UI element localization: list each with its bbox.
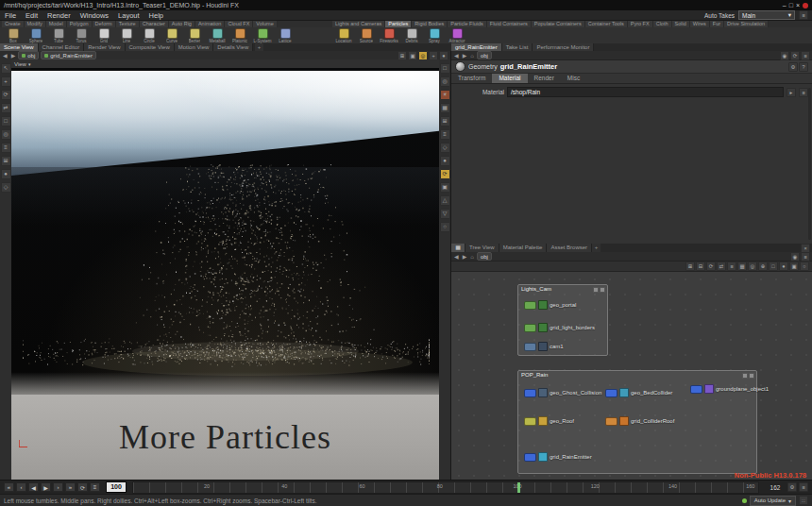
shelf-tab[interactable]: Lights and Cameras	[332, 21, 385, 27]
network-node[interactable]: groundplane_object1	[690, 384, 769, 394]
display-option-icon[interactable]: ◇	[440, 143, 450, 153]
display-points-icon[interactable]: ●	[1, 169, 11, 179]
node-chooser-icon[interactable]: ▸	[787, 88, 796, 97]
network-view-tab[interactable]: ▦	[451, 244, 465, 252]
new-pane-tab-button[interactable]: +	[592, 244, 601, 252]
new-pane-tab-button[interactable]: +	[255, 43, 263, 51]
step-back-button[interactable]: ◀	[28, 482, 39, 492]
shelf-tool[interactable]: Spray	[423, 27, 446, 43]
network-node[interactable]: grid_RainEmitter	[524, 452, 592, 462]
pose-tool-icon[interactable]: ◎	[1, 129, 11, 140]
network-node[interactable]: geo_BedCollider	[605, 388, 672, 397]
shelf-tab[interactable]: Wires	[690, 21, 710, 27]
shelf-tool[interactable]: Lattice	[274, 27, 296, 43]
shelf-tab[interactable]: Deform	[93, 21, 116, 27]
node-flags[interactable]	[690, 385, 702, 394]
display-option-icon[interactable]: ≡	[440, 129, 450, 140]
node-flags[interactable]	[524, 301, 536, 310]
box-minimize-icon[interactable]	[593, 287, 599, 293]
shelf-tool[interactable]: Debris	[400, 27, 423, 43]
play-button[interactable]: ▶	[41, 482, 51, 492]
parameters-scrollbar[interactable]	[808, 88, 811, 240]
node-flags[interactable]	[524, 324, 536, 332]
path-crumb-obj[interactable]: obj	[18, 51, 39, 59]
shelf-tab[interactable]: Drive Simulation	[724, 21, 769, 27]
shelf-tab[interactable]: Character	[140, 21, 169, 27]
network-node[interactable]: geo_Ghost_Collision	[524, 388, 601, 397]
material-path-input[interactable]: /shop/Rain	[507, 87, 784, 97]
shelf-tab[interactable]: Create	[2, 21, 25, 27]
network-toolbar-icon[interactable]: ≡	[727, 261, 736, 271]
network-toolbar-icon[interactable]: ⊕	[758, 261, 768, 271]
playbar-options-icon[interactable]: ⚙	[787, 482, 797, 492]
shelf-tool[interactable]: L-System	[251, 27, 274, 43]
move-tool-icon[interactable]: +	[1, 76, 11, 87]
display-option-icon[interactable]: ⟳	[440, 169, 450, 179]
maximize-button[interactable]: □	[789, 2, 793, 8]
viewport-toolbar-icon[interactable]: ⊞	[398, 51, 407, 60]
shelf-tab[interactable]: Container Tools	[585, 21, 628, 27]
network-toolbar-icon[interactable]: ▣	[789, 261, 799, 271]
shelf-tool[interactable]: Sphere	[25, 27, 47, 43]
shelf-tool[interactable]: Fireworks	[378, 27, 400, 43]
shelf-tool[interactable]: Source	[355, 27, 378, 43]
shelf-tab[interactable]: Fluid Containers	[487, 21, 532, 27]
refresh-icon[interactable]: ⟳	[790, 51, 800, 60]
pane-tab-scene-view[interactable]: Scene View	[0, 43, 39, 51]
node-flags[interactable]	[524, 389, 536, 397]
network-node[interactable]: grid_ColliderRoof	[605, 416, 674, 426]
pane-tab-material-palette[interactable]: Material Palette	[499, 244, 548, 252]
help-icon[interactable]: ?	[799, 62, 808, 72]
shelf-tool[interactable]: Tube	[47, 27, 70, 43]
timeline-ruler[interactable]: 20406080100120140160	[132, 481, 759, 494]
node-flags[interactable]	[524, 453, 536, 462]
display-option-icon[interactable]: ●	[440, 156, 450, 166]
pane-tab-render-view[interactable]: Render View	[84, 43, 125, 51]
shelf-tool[interactable]: Metaball	[206, 27, 228, 43]
back-icon[interactable]: ◀	[2, 52, 8, 59]
home-icon[interactable]: ⌂	[469, 254, 475, 260]
menu-layout[interactable]: Layout	[113, 11, 144, 20]
menu-edit[interactable]: Edit	[21, 11, 42, 20]
shelf-tab[interactable]: Auto Rig	[169, 21, 195, 27]
display-option-icon[interactable]: □	[440, 63, 450, 74]
node-flags[interactable]	[524, 417, 536, 426]
shelf-tab[interactable]: Model	[46, 21, 67, 27]
display-option-icon[interactable]: ⊞	[440, 116, 450, 126]
path-crumb-grid-rainemitter[interactable]: grid_RainEmitter	[41, 51, 96, 59]
shelf-tool[interactable]: Location	[332, 27, 355, 43]
step-forward-button[interactable]: ›	[53, 482, 63, 492]
shelf-tab[interactable]: Animation	[195, 21, 225, 27]
shelf-tool[interactable]: Line	[115, 27, 138, 43]
shelf-tab[interactable]: Pyro FX	[628, 21, 653, 27]
menu-windows[interactable]: Windows	[76, 11, 113, 20]
pane-tab-tree-view[interactable]: Tree View	[465, 244, 499, 252]
param-tab-transform[interactable]: Transform	[451, 74, 492, 83]
shelf-tool[interactable]: Bezier	[183, 27, 206, 43]
shelf-tab[interactable]: Cloud FX	[225, 21, 253, 27]
end-frame-field[interactable]: 162	[765, 484, 786, 491]
pin-icon[interactable]: ◉	[790, 252, 800, 261]
pane-tab-parameters[interactable]: grid_RainEmitter	[451, 43, 502, 51]
shelf-tab[interactable]: Rigid Bodies	[412, 21, 448, 27]
home-icon[interactable]: ⌂	[469, 53, 475, 59]
jump-end-button[interactable]: »	[65, 482, 76, 492]
shelf-tool[interactable]: Platonic	[228, 27, 251, 43]
pane-menu-icon[interactable]: ≡	[801, 252, 810, 261]
handles-tool-icon[interactable]: □	[1, 116, 11, 126]
node-flags[interactable]	[605, 389, 617, 397]
forward-icon[interactable]: ▶	[462, 52, 468, 59]
shelf-tab[interactable]: Texture	[116, 21, 140, 27]
viewport-toolbar-icon[interactable]: +	[429, 51, 438, 60]
field-menu-icon[interactable]: ≡	[799, 88, 808, 97]
param-tab-misc[interactable]: Misc	[561, 74, 586, 83]
network-box-lights-cam[interactable]: Lights_Cam geo_portal	[517, 284, 608, 356]
pin-icon[interactable]: ◉	[780, 51, 789, 60]
shelf-tab-particles[interactable]: Particles	[385, 21, 412, 27]
loop-toggle-button[interactable]: ⟳	[77, 482, 88, 492]
view-tool-icon[interactable]: ≡	[1, 143, 11, 153]
take-selector[interactable]: Main ▾	[738, 10, 795, 20]
shelf-tool[interactable]: Curve	[161, 27, 183, 43]
pane-tab-asset-browser[interactable]: Asset Browser	[547, 244, 592, 252]
display-prims-icon[interactable]: ◇	[1, 182, 11, 193]
